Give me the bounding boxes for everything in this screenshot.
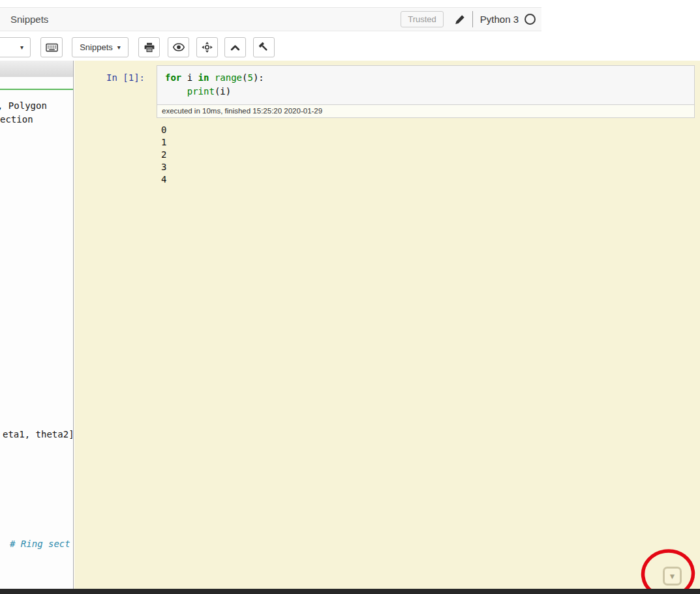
gavel-button[interactable] (253, 37, 275, 57)
code-fragment: ection (0, 114, 33, 125)
eye-button[interactable] (168, 37, 189, 57)
green-rule (0, 89, 73, 90)
arrows-move-icon (202, 42, 213, 53)
left-code-panel: , Polygon ection eta1, theta2] # Ring se… (0, 61, 74, 589)
scroll-down-button[interactable]: ▼ (663, 567, 682, 586)
triangle-down-icon: ▼ (669, 572, 677, 581)
execute-time-bar: executed in 10ms, finished 15:25:20 2020… (157, 105, 695, 118)
notebook-pane: In [1]: for i in range(5): print(i) exec… (74, 61, 700, 589)
code-input-area[interactable]: for i in range(5): print(i) (157, 65, 695, 105)
eye-icon (173, 43, 185, 52)
kernel-name: Python 3 (480, 14, 519, 25)
chevron-down-icon: ▾ (20, 44, 23, 51)
kernel-idle-icon (525, 14, 536, 25)
chevron-down-icon: ▾ (117, 44, 121, 51)
code-fragment: eta1, theta2] (3, 429, 74, 439)
bottom-dark-bar (0, 589, 700, 594)
notification-area: Trusted Python 3 (401, 8, 536, 31)
trusted-button[interactable]: Trusted (401, 11, 444, 27)
header-divider (472, 11, 473, 27)
print-button[interactable] (138, 37, 160, 57)
edit-mode-pencil-icon (455, 14, 465, 25)
code-fragment: , Polygon (0, 100, 47, 111)
snippets-dropdown[interactable]: Snippets ▾ (72, 37, 129, 57)
collapse-button[interactable] (224, 37, 246, 57)
printer-icon (144, 42, 155, 53)
jupyter-notebook-window: Snippets Trusted Python 3 ▾ (0, 0, 700, 594)
move-arrows-button[interactable] (196, 37, 218, 57)
command-palette-button[interactable] (40, 37, 63, 57)
cell-output: 01234 (161, 124, 166, 186)
gavel-icon (258, 42, 269, 53)
page-title: Snippets (10, 14, 48, 25)
left-panel-gray-block (0, 61, 73, 77)
chevron-up-icon (230, 44, 240, 51)
keyboard-icon (46, 43, 58, 52)
input-prompt: In [1]: (106, 72, 145, 83)
code-comment-fragment: # Ring sect (10, 539, 70, 549)
snippets-dropdown-label: Snippets (80, 42, 113, 52)
header-bar: Snippets Trusted Python 3 (0, 7, 541, 31)
cell-type-select[interactable]: ▾ (0, 37, 31, 57)
